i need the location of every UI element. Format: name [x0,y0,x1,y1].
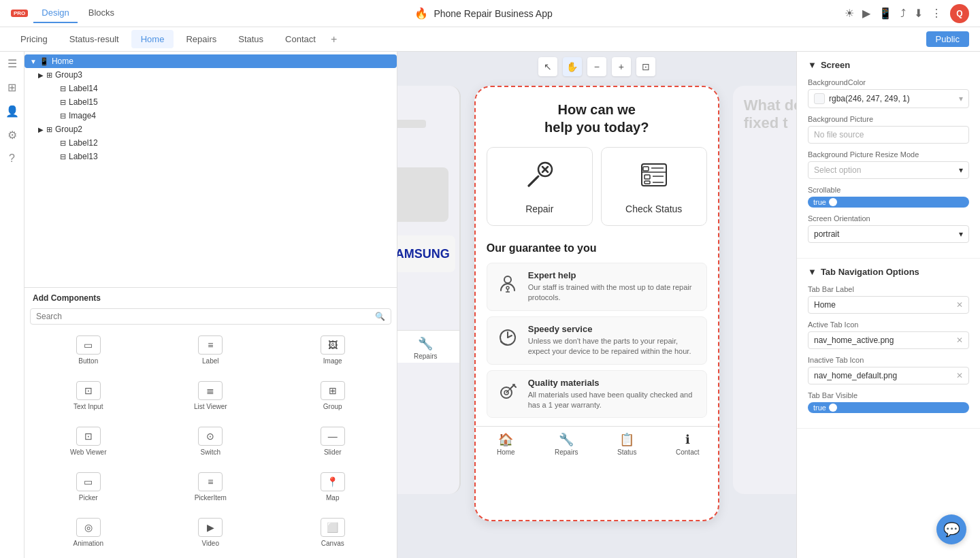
repair-card-repair[interactable]: Repair [487,147,593,226]
page-tab-repairs[interactable]: Repairs [176,30,226,48]
tab-nav-section-title: Tab Navigation Options [821,267,919,277]
component-listviewer[interactable]: ≣ List Viewer [152,376,270,416]
component-search-input[interactable] [36,312,375,321]
component-map[interactable]: 📍 Map [274,467,391,507]
tab-bar-label-clear[interactable]: ✕ [956,300,963,310]
tree-item-label12[interactable]: ⊟ Label12 [24,136,397,150]
tab-nav-section-header[interactable]: ▼ Tab Navigation Options [808,267,969,277]
tree-panel: ▼ 📱 Home ▶ ⊞ Group3 ⊟ Label14 ⊟ Label15 [24,52,397,287]
add-tab-icon[interactable]: + [331,33,337,46]
zoom-in-tool[interactable]: + [612,57,631,76]
tab-nav-section: ▼ Tab Navigation Options Tab Bar Label H… [797,259,980,429]
partial-nav-repairs[interactable]: 🔧 Repairs [397,336,459,360]
tree-item-group2[interactable]: ▶ ⊞ Group2 [24,122,397,136]
play-icon[interactable]: ▶ [862,7,870,20]
tree-label-label12: Label12 [69,138,98,148]
select-tool[interactable]: ↖ [538,57,557,76]
component-image[interactable]: 🖼 Image [274,330,391,370]
tab-bar-label-value: Home [814,300,956,310]
active-icon-input[interactable]: nav_home_active.png ✕ [808,331,969,349]
component-label-label: Label [202,357,218,365]
bg-color-dropdown[interactable]: ▾ [959,94,963,103]
tab-bar-label-label: Tab Bar Label [808,285,969,293]
screen-section-arrow: ▼ [808,60,817,70]
sidebar-icon-components[interactable]: ⊞ [7,81,16,94]
scrollable-label: Scrollable [808,186,969,194]
nav-item-contact[interactable]: ℹ Contact [657,432,718,456]
frame-tool[interactable]: ⊡ [636,57,655,76]
tab-blocks[interactable]: Blocks [80,3,122,23]
component-animation[interactable]: ◎ Animation [30,512,147,553]
tab-design[interactable]: Design [33,3,77,23]
orientation-select[interactable]: portrait ▾ [808,225,969,243]
tree-item-label14[interactable]: ⊟ Label14 [24,82,397,95]
page-tab-status-result[interactable]: Status-result [60,30,129,48]
tree-item-label13[interactable]: ⊟ Label13 [24,150,397,163]
page-tab-contact[interactable]: Contact [276,30,325,48]
components-grid: ▭ Button ≡ Label 🖼 Image ⊡ Text Input ≣ [30,330,391,553]
partial-right-content: What do fixed t [733,86,796,154]
inactive-icon-value: nav_home_default.png [814,371,956,380]
component-slider-label: Slider [324,448,342,456]
page-tab-pricing[interactable]: Pricing [11,30,57,48]
tree-label-label14: Label14 [69,84,98,93]
partial-loading-text: ing... [397,97,448,109]
bg-resize-select[interactable]: Select option ▾ [808,161,969,179]
phone-icon[interactable]: 📱 [879,7,892,20]
screen-section-header[interactable]: ▼ Screen [808,60,969,70]
public-button[interactable]: Public [926,31,969,47]
component-slider[interactable]: — Slider [274,421,391,461]
repair-card-repair-label: Repair [525,203,553,214]
repair-card-status[interactable]: Check Status [601,147,707,226]
chat-button[interactable]: 💬 [936,514,966,544]
preview-container: ing... ing... SAMSUNG LG [397,86,797,521]
scrollable-toggle[interactable]: true [808,197,969,208]
bg-color-input[interactable]: rgba(246, 247, 249, 1) ▾ [808,89,969,108]
component-label[interactable]: ≡ Label [152,330,270,370]
component-video[interactable]: ▶ Video [152,512,270,553]
orientation-arrow: ▾ [959,229,963,239]
active-icon-clear[interactable]: ✕ [956,335,963,345]
nav-item-repairs[interactable]: 🔧 Repairs [536,432,597,456]
tree-item-group3[interactable]: ▶ ⊞ Group3 [24,68,397,82]
component-button[interactable]: ▭ Button [30,330,147,370]
component-search-box[interactable]: 🔍 [30,308,391,325]
component-group[interactable]: ⊞ Group [274,376,391,416]
tree-item-image4[interactable]: ⊟ Image4 [24,109,397,122]
bar-visible-toggle[interactable]: true [808,402,969,413]
nav-item-home[interactable]: 🏠 Home [476,432,536,456]
avatar[interactable]: Q [950,4,969,23]
tree-item-home[interactable]: ▼ 📱 Home [24,54,397,68]
component-webviewer[interactable]: ⊡ Web Viewer [30,421,147,461]
bg-picture-input[interactable]: No file source [808,126,969,144]
sidebar-icon-user[interactable]: 👤 [5,105,19,118]
zoom-out-tool[interactable]: − [587,57,606,76]
download-icon[interactable]: ⬇ [914,7,923,20]
expert-desc: Our staff is trained with the most up to… [528,282,700,303]
inactive-icon-input[interactable]: nav_home_default.png ✕ [808,367,969,384]
component-textinput[interactable]: ⊡ Text Input [30,376,147,416]
partial-nav-repairs-label: Repairs [414,352,437,360]
contrast-icon[interactable]: ☀ [845,7,854,20]
inactive-icon-clear[interactable]: ✕ [956,371,963,380]
page-tab-status[interactable]: Status [229,30,273,48]
component-switch[interactable]: ⊙ Switch [152,421,270,461]
page-tab-home[interactable]: Home [131,30,174,48]
hand-tool[interactable]: ✋ [563,57,582,76]
animation-icon: ◎ [76,518,101,537]
sidebar-icons: ☰ ⊞ 👤 ⚙ ? [0,52,24,558]
component-pickeritem[interactable]: ≡ PickerItem [152,467,270,507]
component-canvas[interactable]: ⬜ Canvas [274,512,391,553]
sidebar-icon-settings[interactable]: ⚙ [7,129,17,142]
more-icon[interactable]: ⋮ [931,7,942,20]
brand-row-1: SAMSUNG [397,235,440,272]
sidebar-icon-layers[interactable]: ☰ [7,57,17,70]
share-icon[interactable]: ⤴ [900,7,906,20]
component-picker[interactable]: ▭ Picker [30,467,147,507]
sidebar-icon-help[interactable]: ? [9,152,15,165]
tree-item-label15[interactable]: ⊟ Label15 [24,95,397,109]
nav-item-status[interactable]: 📋 Status [597,432,657,456]
quality-text: Quality materials All materials used hav… [528,378,700,411]
tab-bar-label-input[interactable]: Home ✕ [808,296,969,314]
svg-rect-9 [643,167,649,171]
